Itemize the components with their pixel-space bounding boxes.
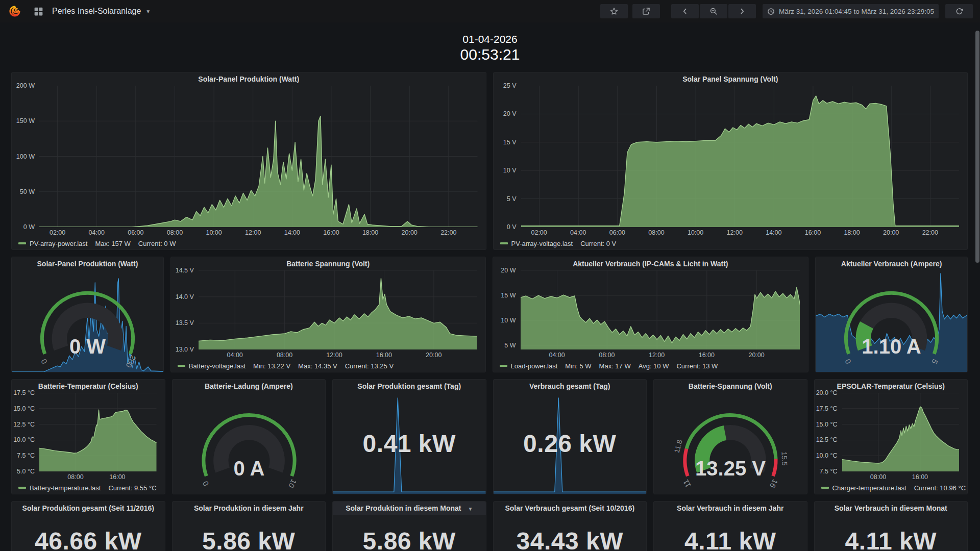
time-range-picker[interactable]: März 31, 2026 01:04:45 to März 31, 2026 … <box>763 4 939 18</box>
time-shift-back-button[interactable] <box>671 4 699 18</box>
time-nav-group <box>671 4 756 18</box>
chart: 0 V5 V10 V15 V20 V25 V 02:0004:0006:0008… <box>494 86 968 237</box>
legend-stat: Max: 14.35 V <box>298 362 337 370</box>
legend-series-name[interactable]: Load-power.last <box>511 362 558 370</box>
x-tick-label: 04:00 <box>549 352 565 359</box>
panel-title-text: Solar Produktion in diesem Monat <box>346 504 461 512</box>
y-tick-label: 15 V <box>503 139 517 146</box>
chart: 5 W10 W15 W20 W 04:0008:0012:0016:0020:0… <box>493 270 808 360</box>
panel-title[interactable]: Solar Produktion in diesem Jahr <box>173 502 326 515</box>
legend-swatch <box>500 365 507 367</box>
share-dashboard-button[interactable] <box>632 4 660 18</box>
scrollbar-thumb[interactable] <box>975 31 979 263</box>
x-tick-label: 16:00 <box>323 229 339 236</box>
panel-title[interactable]: Solar-Panel Produktion (Watt) <box>12 257 163 270</box>
x-axis: 02:0004:0006:0008:0010:0012:0014:0016:00… <box>39 227 478 237</box>
x-tick-label: 16:00 <box>805 229 821 236</box>
panel-epsolar-temperatur: EPSOLAR-Temperatur (Celsius) 7.5 °C10.0 … <box>814 379 968 494</box>
chart-plot[interactable] <box>521 86 960 227</box>
legend: Charger-temperature.lastCurrent: 10.96 °… <box>815 482 968 494</box>
x-tick-label: 12:00 <box>727 229 743 236</box>
panel-title[interactable]: Solar Panel Spannung (Volt) <box>494 72 968 86</box>
x-tick-label: 14:00 <box>284 229 300 236</box>
gauge: 051.10 A <box>816 270 967 372</box>
y-tick-label: 150 W <box>16 117 35 124</box>
legend-stat: Current: 13 W <box>676 362 718 370</box>
panel-stat-solar-verbrauch-monat: Solar Verbrauch in diesem Monat 4.11 kW <box>814 501 968 551</box>
legend-series-name[interactable]: Charger-temperature.last <box>832 484 906 492</box>
x-tick-label: 12:00 <box>649 352 665 359</box>
svg-text:11.8: 11.8 <box>672 439 683 454</box>
gauge: 02000 W <box>12 270 163 372</box>
panel-title[interactable]: Batterie-Ladung (Ampere) <box>173 380 326 393</box>
legend-series-name[interactable]: Battery-voltage.last <box>189 362 246 370</box>
svg-text:0: 0 <box>201 480 210 487</box>
panel-title[interactable]: Solar Verbrauch in diesem Monat <box>815 502 968 515</box>
y-tick-label: 20 V <box>503 110 517 117</box>
panel-solar-panel-produktion-watt: Solar-Panel Produktion (Watt) 0 W50 W100… <box>11 72 486 250</box>
legend-series-name[interactable]: Battery-temperature.last <box>30 484 101 492</box>
panel-stat-solar-verbrauch-gesamt: Solar Verbrauch gesamt (Seit 10/2016) 34… <box>493 501 647 551</box>
legend-stat: Max: 17 W <box>599 362 631 370</box>
legend-swatch <box>18 487 26 489</box>
legend-stat: Min: 5 W <box>565 362 591 370</box>
x-tick-label: 12:00 <box>326 352 342 359</box>
panel-title[interactable]: Aktueller Verbrauch (IP-CAMs & Licht in … <box>493 257 808 270</box>
dashboard-title-picker[interactable]: Perles Insel-Solaranlage ▼ <box>52 7 151 16</box>
refresh-button[interactable] <box>945 4 973 18</box>
star-dashboard-button[interactable] <box>600 4 628 18</box>
x-tick-label: 20:00 <box>426 352 442 359</box>
x-tick-label: 08:00 <box>599 352 615 359</box>
x-axis: 08:0016:00 <box>39 471 157 482</box>
x-tick-label: 18:00 <box>844 229 860 236</box>
zoom-out-button[interactable] <box>700 4 727 18</box>
panel-title[interactable]: Solar Verbrauch in diesem Jahr <box>654 502 807 515</box>
svg-text:0 A: 0 A <box>233 457 264 480</box>
chart: 0 W50 W100 W150 W200 W 02:0004:0006:0008… <box>12 86 486 237</box>
panel-menu-caret-icon[interactable]: ▼ <box>468 506 473 512</box>
panel-title[interactable]: Solar Verbrauch gesamt (Seit 10/2016) <box>494 502 647 515</box>
dashboard-title: Perles Insel-Solaranlage <box>52 7 141 16</box>
legend-series-name[interactable]: PV-array-power.last <box>30 240 87 247</box>
legend-series-name[interactable]: PV-array-voltage.last <box>511 240 573 247</box>
clock-icon <box>767 8 775 15</box>
svg-text:0: 0 <box>39 358 49 365</box>
panel-title[interactable]: Batterie Spannung (Volt) <box>171 257 485 270</box>
panel-batterie-spannung-chart: Batterie Spannung (Volt) 13.0 V13.5 V14.… <box>170 257 486 372</box>
chart-plot[interactable] <box>842 393 960 471</box>
x-axis: 08:0016:00 <box>842 471 960 482</box>
chart-plot[interactable] <box>39 393 157 471</box>
apps-grid-icon[interactable] <box>31 4 46 19</box>
panel-title[interactable]: Solar Produktion gesamt (Seit 11/2016) <box>12 502 165 515</box>
y-axis: 5.0 °C7.5 °C10.0 °C12.5 °C15.0 °C17.5 °C <box>12 393 39 471</box>
dashboard-row-2: Solar-Panel Produktion (Watt) 02000 W Ba… <box>11 257 968 372</box>
x-tick-label: 22:00 <box>440 229 456 236</box>
chevron-down-icon: ▼ <box>145 9 151 14</box>
time-shift-forward-button[interactable] <box>728 4 756 18</box>
x-tick-label: 16:00 <box>376 352 392 359</box>
panel-title[interactable]: Aktueller Verbrauch (Ampere) <box>816 257 967 270</box>
panel-title[interactable]: Solar Produktion in diesem Monat ▼ <box>333 502 486 515</box>
panel-title[interactable]: Batterie-Spannung (Volt) <box>654 380 807 393</box>
panel-title[interactable]: Verbrauch gesamt (Tag) <box>494 380 647 393</box>
y-axis: 0 V5 V10 V15 V20 V25 V <box>494 86 521 227</box>
chart-plot[interactable] <box>521 270 800 349</box>
legend-stat: Min: 13.22 V <box>253 362 290 370</box>
svg-text:16: 16 <box>768 478 780 490</box>
legend: PV-array-voltage.lastCurrent: 0 V <box>494 237 968 249</box>
legend-stat: Current: 13.25 V <box>345 362 394 370</box>
clock-time: 00:53:21 <box>460 46 520 63</box>
x-tick-label: 08:00 <box>167 229 183 236</box>
panel-stat-solar-produktion-monat: Solar Produktion in diesem Monat ▼ 5.86 … <box>332 501 486 551</box>
grafana-logo-icon[interactable] <box>7 4 22 19</box>
legend-swatch <box>178 365 185 367</box>
panel-title[interactable]: Solar-Panel Produktion (Watt) <box>12 72 486 86</box>
y-tick-label: 12.5 °C <box>13 421 35 428</box>
panel-gauge-batterie-spannung: Batterie-Spannung (Volt) 111611.815.513.… <box>653 379 807 494</box>
y-axis: 5 W10 W15 W20 W <box>493 270 521 349</box>
chart-plot[interactable] <box>39 86 478 227</box>
panel-title[interactable]: Solar Produktion gesamt (Tag) <box>333 380 486 393</box>
x-tick-label: 16:00 <box>912 473 928 481</box>
chart-plot[interactable] <box>199 270 477 349</box>
y-tick-label: 10.0 °C <box>816 452 838 459</box>
